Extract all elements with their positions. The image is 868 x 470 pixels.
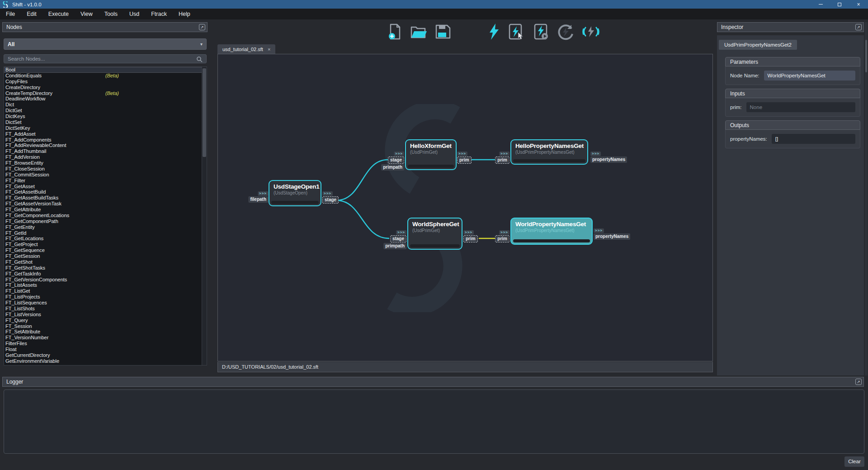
connection-stage-worldsphereget[interactable] [336, 200, 389, 238]
node-type-item[interactable]: CreateTempDirectory(Beta) [4, 90, 207, 96]
popout-icon[interactable]: ↗ [855, 379, 862, 385]
scrollbar-thumb[interactable] [865, 40, 867, 72]
inspector-scrollbar[interactable] [865, 22, 868, 375]
popout-icon[interactable]: ↗ [199, 24, 205, 30]
node-type-item[interactable]: DictGet [4, 108, 207, 114]
node-type-item[interactable]: FT_ListAssets [4, 282, 207, 288]
node-type-item[interactable]: FT_GetProject [4, 242, 207, 247]
node-type-item[interactable]: FT_GetAssetVersionTask [4, 201, 207, 207]
node-type-item[interactable]: FT_CloseSession [4, 166, 207, 172]
search-input[interactable]: Search Nodes... [4, 54, 207, 63]
node-type-item[interactable]: FT_GetAsset [4, 184, 207, 190]
menu-item-view[interactable]: View [75, 9, 99, 19]
node-type-item[interactable]: FT_Query [4, 318, 207, 323]
node-type-item[interactable]: DictSetKey [4, 125, 207, 131]
node-type-item[interactable]: FT_AddComponents [4, 137, 207, 143]
node-type-item[interactable]: DeadlineWorkflow [4, 96, 207, 102]
node-type-item[interactable]: FT_GetShotTasks [4, 265, 207, 271]
graph-node-helloxformget[interactable]: HelloXformGet (UsdPrimGet) [405, 139, 457, 170]
node-graph-canvas[interactable]: >>> filepath >>> stage >>> stage primpat… [217, 54, 713, 361]
menu-item-ftrack[interactable]: Ftrack [145, 9, 173, 19]
live-execution-button[interactable] [581, 23, 600, 41]
prim-field[interactable]: None [746, 102, 855, 112]
port-stage-primpath-inputs[interactable]: >>> stage primpath [381, 152, 404, 171]
menu-item-usd[interactable]: Usd [123, 9, 145, 19]
node-type-item[interactable]: FT_ListVersions [4, 312, 207, 318]
node-type-item[interactable]: FT_Filter [4, 178, 207, 184]
menu-item-tools[interactable]: Tools [99, 9, 123, 19]
node-type-item[interactable]: FT_GetEntity [4, 224, 207, 230]
tab-usd-tutorial-02[interactable]: usd_tutorial_02.sft × [217, 44, 275, 54]
graph-node-usdstageopen1[interactable]: UsdStageOpen1 (UsdStageOpen) [269, 180, 321, 206]
node-type-item[interactable]: FT_AddVersion [4, 154, 207, 160]
port-propertynames-output[interactable]: >>> propertyNames [590, 152, 627, 163]
save-graph-button[interactable] [433, 23, 452, 41]
tab-close-icon[interactable]: × [268, 47, 270, 52]
node-type-item[interactable]: FilterFiles [4, 341, 207, 347]
node-type-item[interactable]: FT_GetLocations [4, 236, 207, 242]
menu-item-file[interactable]: File [0, 9, 21, 19]
node-type-item[interactable]: FT_VersionNumber [4, 335, 207, 341]
node-type-item[interactable]: DictKeys [4, 114, 207, 119]
maximize-button[interactable] [830, 0, 849, 9]
node-type-item[interactable]: Dict [4, 102, 207, 108]
node-type-item[interactable]: FT_AddReviewableContent [4, 142, 207, 148]
menu-item-help[interactable]: Help [173, 9, 196, 19]
node-type-item[interactable]: Bool [4, 67, 207, 73]
popout-icon[interactable]: ↗ [855, 24, 862, 30]
node-type-item[interactable]: FT_AddAsset [4, 131, 207, 137]
node-type-item[interactable]: FT_GetShot [4, 259, 207, 265]
node-type-item[interactable]: ConditionEquals(Beta) [4, 73, 207, 79]
node-type-item[interactable]: FT_SetAttribute [4, 329, 207, 335]
node-type-item[interactable]: FT_GetSession [4, 253, 207, 259]
node-type-item[interactable]: FT_CommitSession [4, 172, 207, 178]
execute-selected-button[interactable] [506, 23, 525, 41]
node-type-item[interactable]: CreateDirectory [4, 85, 207, 90]
node-type-item[interactable]: DictSet [4, 119, 207, 125]
port-prim-output[interactable]: >>> prim [463, 230, 478, 242]
execute-button[interactable] [485, 23, 504, 41]
node-type-item[interactable]: CopyFiles [4, 79, 207, 85]
node-name-field[interactable]: WorldPropertyNamesGet [764, 71, 855, 81]
port-prim-output[interactable]: >>> prim [457, 152, 472, 164]
node-type-item[interactable]: FT_GetVersionComponents [4, 277, 207, 283]
port-stage-output[interactable]: >>> stage [322, 191, 339, 204]
node-type-item[interactable]: GetCurrentDirectory [4, 352, 207, 358]
port-stage-primpath-inputs[interactable]: >>> stage primpath [383, 230, 406, 249]
port-prim-input[interactable]: >>> prim [495, 230, 509, 242]
node-type-item[interactable]: GetEnvironmentVariable [4, 358, 207, 364]
inspected-node-id[interactable]: UsdPrimPropertyNamesGet2 [719, 40, 797, 50]
node-type-item[interactable]: FT_GetComponentLocations [4, 213, 207, 218]
port-filepath-input[interactable]: >>> filepath [248, 191, 268, 203]
node-type-item[interactable]: FT_Session [4, 323, 207, 329]
node-type-item[interactable]: FT_GetAttribute [4, 207, 207, 213]
menu-item-execute[interactable]: Execute [42, 9, 75, 19]
execute-from-node-button[interactable] [532, 23, 551, 41]
node-type-item[interactable]: FT_GetTaskInfo [4, 271, 207, 277]
scrollbar-thumb[interactable] [203, 68, 206, 157]
connection-stage-helloxformget[interactable] [336, 160, 388, 200]
node-type-item[interactable]: FT_BrowseEntity [4, 160, 207, 166]
node-type-item[interactable]: FT_ListShots [4, 306, 207, 312]
clear-logger-button[interactable]: Clear [844, 456, 864, 467]
node-filter-dropdown[interactable]: All ▾ [4, 38, 207, 50]
logger-output-area[interactable] [4, 389, 864, 454]
minimize-button[interactable] [811, 0, 830, 9]
node-type-item[interactable]: FT_ListGet [4, 288, 207, 294]
node-type-item[interactable]: FT_GetAssetBuild [4, 189, 207, 195]
propertynames-field[interactable]: [] [772, 134, 855, 144]
port-propertynames-output[interactable]: >>> propertyNames [594, 228, 630, 240]
node-type-item[interactable]: FT_GetAssetBuildTasks [4, 195, 207, 201]
node-type-item[interactable]: Float [4, 347, 207, 352]
graph-node-hellopropertynamesget[interactable]: HelloPropertyNamesGet (UsdPrimPropertyNa… [510, 139, 588, 165]
menu-item-edit[interactable]: Edit [21, 9, 42, 19]
node-type-item[interactable]: FT_GetComponentPath [4, 218, 207, 224]
node-type-item[interactable]: FT_ListSequences [4, 300, 207, 306]
node-type-item[interactable]: FT_GetId [4, 230, 207, 236]
re-execute-button[interactable] [556, 23, 575, 41]
node-list-scrollbar[interactable] [202, 67, 207, 365]
node-type-item[interactable]: FT_GetSequence [4, 247, 207, 253]
new-graph-button[interactable] [386, 23, 405, 41]
close-button[interactable]: × [849, 0, 868, 9]
graph-node-worldpropertynamesget-selected[interactable]: WorldPropertyNamesGet (UsdPrimPropertyNa… [510, 218, 593, 245]
